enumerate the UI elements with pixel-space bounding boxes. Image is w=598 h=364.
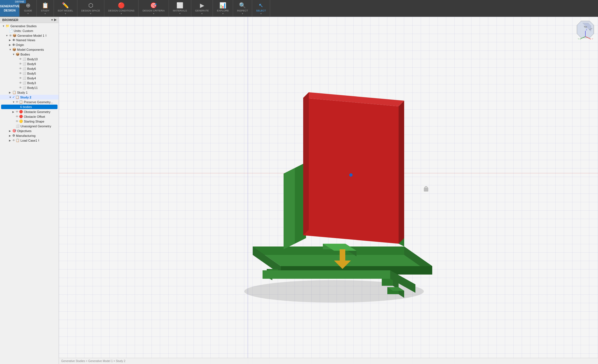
tree-item-model-components[interactable]: ▼ 📦 Model Components <box>0 47 59 52</box>
study1-label: Study 1 <box>17 91 27 94</box>
study-button[interactable]: 📋 STUDY ▼ <box>39 1 51 16</box>
svg-text:Y: Y <box>578 38 579 39</box>
tree-item-body5[interactable]: 👁 ⬜ Body5 <box>0 71 59 76</box>
expand-manufacturing[interactable]: ▶ <box>9 134 12 137</box>
select-button[interactable]: ↖ SELECT ▼ <box>254 1 268 16</box>
svg-text:Top: Top <box>584 26 587 28</box>
tree-item-6bodies[interactable]: 6 bodies <box>1 105 58 109</box>
view-cube-svg: Top Front X Y Z <box>576 20 595 39</box>
preserve-geom-eye-icon: 👁 <box>16 100 19 103</box>
tree-item-body3[interactable]: 👁 ⬜ Body3 <box>0 80 59 85</box>
toolbar-section-design-criteria: 🎯 DESIGN CRITERIA ▼ <box>139 0 169 17</box>
toolbar-section-select: ↖ SELECT ▼ <box>252 0 270 17</box>
status-bar: Generative Studies > Generative Model 1 … <box>59 358 598 364</box>
expand-origin[interactable]: ▶ <box>9 43 12 46</box>
expand-gen-studies[interactable]: ▼ <box>2 25 6 27</box>
guide-button[interactable]: ⊕ GUIDE ▼ <box>22 1 34 16</box>
units-label: Units: Custom <box>14 29 33 33</box>
study1-icon: 📋 <box>12 91 16 94</box>
body6-label: Body6 <box>27 67 36 70</box>
body4-label: Body4 <box>27 77 36 80</box>
tree-item-unassigned-geom[interactable]: ⬜ Unassigned Geometry <box>0 124 59 128</box>
brand-line1: GENERATIVE <box>0 4 20 8</box>
explore-button[interactable]: 📊 EXPLORE ▼ <box>215 1 231 16</box>
bodies-icon: 📦 <box>16 52 20 56</box>
tree-item-body11[interactable]: 👁 ⬜ Body11 <box>0 85 59 90</box>
tree-item-named-views[interactable]: ▶ 👁 Named Views <box>0 38 59 42</box>
red-panel-left <box>303 92 309 235</box>
tree-item-units[interactable]: 📄 Units: Custom <box>0 28 59 33</box>
design-space-icon: ⬡ <box>88 2 93 9</box>
body5-eye-icon: 👁 <box>19 72 22 75</box>
view-cube[interactable]: Top Front X Y Z <box>576 20 595 39</box>
svg-text:Z: Z <box>586 29 587 31</box>
body4-eye-icon: 👁 <box>19 77 22 80</box>
tree-item-study1[interactable]: ▶ 📋 Study 1 <box>0 90 59 95</box>
browser-panel: BROWSER ● ▶ ▼ 📁 Generative Studies 📄 Uni… <box>0 17 59 364</box>
generate-button[interactable]: ▶ GENERATE ▼ <box>194 1 211 16</box>
expand-objectives[interactable]: ▶ <box>9 130 12 132</box>
base-ledge-front <box>263 270 390 279</box>
body11-eye-icon: 👁 <box>19 86 22 89</box>
obstacle-geom-eye-icon: 👁 <box>16 110 19 113</box>
body3-label: Body3 <box>27 81 36 85</box>
tree-item-obstacle-offset[interactable]: 👁 🔴 Obstacle Offset <box>0 114 59 119</box>
browser-header: BROWSER ● ▶ <box>0 17 59 23</box>
edit-model-button[interactable]: ✏️ EDIT MODEL ▼ <box>56 1 75 16</box>
toolbar: GENERATIVE DESIGN DEFINE ⊕ GUIDE ▼ 📋 STU… <box>0 0 598 17</box>
obstacle-offset-label: Obstacle Offset <box>24 115 45 118</box>
gen-studies-icon: 📁 <box>6 24 10 28</box>
red-panel-right <box>399 101 404 244</box>
expand-obstacle-geom[interactable]: ▶ <box>12 110 16 113</box>
tree-item-study2[interactable]: ▼ ✓ 📋 Study 2 <box>0 95 59 100</box>
svg-text:X: X <box>592 38 593 39</box>
tree-item-manufacturing[interactable]: ▶ ⚙ Manufacturing <box>0 133 59 138</box>
tree-item-origin[interactable]: ▶ ⊕ Origin <box>0 42 59 47</box>
expand-gen-model[interactable]: ▼ <box>6 34 9 37</box>
guide-label: GUIDE <box>24 9 32 12</box>
tree-item-bodies[interactable]: ▼ 📦 Bodies <box>0 52 59 57</box>
tree-item-body6[interactable]: 👁 ⬜ Body6 <box>0 66 59 71</box>
design-space-button[interactable]: ⬡ DESIGN SPACE ▼ <box>80 1 102 16</box>
tree-item-body10[interactable]: 👁 ⬜ Body10 <box>0 57 59 61</box>
tree-item-starting-shape[interactable]: 👁 🟡 Starting Shape <box>0 119 59 124</box>
load-case1-info-icon: ℹ <box>38 139 39 142</box>
tree-item-gen-model[interactable]: ▼ 👁 📦 Generative Model 1 ℹ <box>0 33 59 38</box>
tree-item-body4[interactable]: 👁 ⬜ Body4 <box>0 76 59 80</box>
browser-header-controls: ● ▶ <box>51 18 56 22</box>
generate-icon: ▶ <box>200 2 204 9</box>
inspect-button[interactable]: 🔍 INSPECT ▼ <box>235 1 250 16</box>
gen-model-info-icon: ℹ <box>45 34 47 37</box>
expand-model-components[interactable]: ▼ <box>9 48 12 51</box>
origin-icon: ⊕ <box>12 43 15 47</box>
expand-bodies[interactable]: ▼ <box>12 53 16 56</box>
tree-item-objectives[interactable]: ▶ 🎯 Objectives <box>0 128 59 133</box>
viewport[interactable]: Top Front X Y Z Generative Studies > Gen… <box>59 17 598 364</box>
origin-label: Origin <box>16 43 24 47</box>
toolbar-section-explore: 📊 EXPLORE ▼ <box>213 0 233 17</box>
expand-study1[interactable]: ▶ <box>9 91 12 94</box>
expand-preserve-geom[interactable]: ▼ <box>12 101 16 103</box>
expand-study2[interactable]: ▼ <box>9 96 12 99</box>
design-criteria-button[interactable]: 🎯 DESIGN CRITERIA ▼ <box>141 1 166 16</box>
tree-item-gen-studies[interactable]: ▼ 📁 Generative Studies <box>0 24 59 28</box>
edit-model-icon: ✏️ <box>62 2 69 9</box>
browser-toggle-icon[interactable]: ● <box>51 18 53 22</box>
toolbar-section-materials: ⬜ MATERIALS ▼ <box>169 0 191 17</box>
constraint-arc <box>425 186 427 188</box>
3d-scene <box>59 17 598 364</box>
materials-icon: ⬜ <box>176 2 183 9</box>
body5-icon: ⬜ <box>22 72 26 75</box>
tree-item-obstacle-geom[interactable]: ▶ 👁 🔴 Obstacle Geometry <box>0 109 59 114</box>
toolbar-section-study: 📋 STUDY ▼ <box>37 0 54 17</box>
browser-tree: ▼ 📁 Generative Studies 📄 Units: Custom ▼… <box>0 23 59 364</box>
materials-button[interactable]: ⬜ MATERIALS ▼ <box>171 1 188 16</box>
design-conditions-button[interactable]: 🔴 DESIGN CONDITIONS ▼ <box>107 1 136 16</box>
expand-load-case1[interactable]: ▶ <box>9 139 12 142</box>
generate-label: GENERATE <box>195 9 209 12</box>
browser-collapse-icon[interactable]: ▶ <box>54 18 56 22</box>
tree-item-load-case1[interactable]: ▶ 👁 📋 Load Case1 ℹ <box>0 138 59 143</box>
expand-named-views[interactable]: ▶ <box>9 39 12 42</box>
tree-item-body9[interactable]: 👁 ⬜ Body9 <box>0 61 59 66</box>
tree-item-preserve-geom[interactable]: ▼ 👁 📋 Preserve Geometry... <box>0 100 59 104</box>
